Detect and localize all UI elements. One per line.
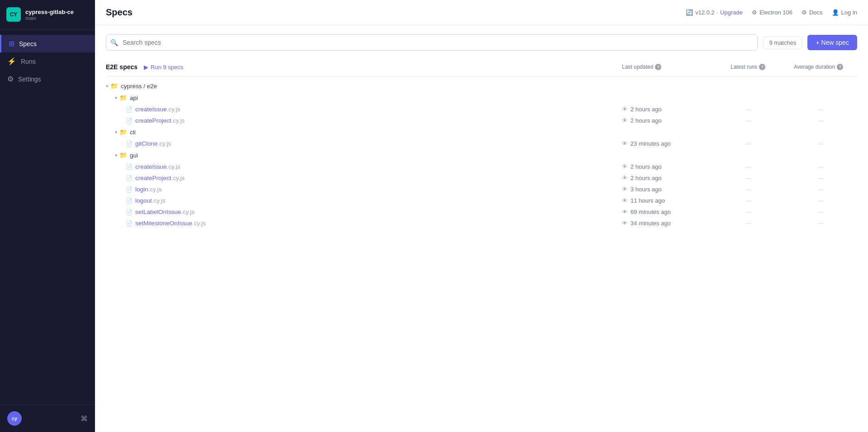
row-data: 👁 2 hours ago — — <box>622 117 857 124</box>
avg-duration-cell: — <box>785 209 857 215</box>
content-area: 🔍 9 matches + New spec E2E specs ▶ Run 9… <box>95 25 868 432</box>
cy-logo: cy <box>7 411 22 426</box>
avg-duration-cell: — <box>785 106 857 113</box>
folder-cli[interactable]: ▾ 📁 cli <box>106 126 857 138</box>
latest-runs-cell: — <box>712 209 785 215</box>
latest-runs-help-icon[interactable]: ? <box>759 64 765 70</box>
folder-name: gui <box>130 152 138 159</box>
file-icon: 📄 <box>126 220 133 227</box>
time-cell: 👁 2 hours ago <box>622 106 712 113</box>
docs-link[interactable]: ⚙ Docs <box>802 9 823 16</box>
folder-name: cli <box>130 129 136 136</box>
login-label: Log in <box>841 9 857 16</box>
avg-duration-cell: — <box>785 175 857 181</box>
docs-label: Docs <box>809 9 823 16</box>
time-value: 2 hours ago <box>631 175 662 181</box>
time-value: 11 hours ago <box>631 197 665 204</box>
login-icon: 👤 <box>832 9 839 16</box>
sidebar-item-specs[interactable]: ⊞ Specs <box>0 35 95 52</box>
file-createIssue[interactable]: 📄 createIssue.cy.js 👁 2 hours ago — — <box>106 161 857 172</box>
file-createIssue[interactable]: 📄 createIssue.cy.js 👁 2 hours ago — — <box>106 104 857 115</box>
file-gitClone[interactable]: 📄 gitClone.cy.js 👁 23 minutes ago — — <box>106 138 857 149</box>
last-updated-help-icon[interactable]: ? <box>655 64 661 70</box>
sidebar-nav: ⊞ Specs ⚡ Runs ⚙ Settings <box>0 29 95 404</box>
file-ext: .cy.js <box>192 220 206 227</box>
row-data: 👁 2 hours ago — — <box>622 163 857 170</box>
sidebar-item-runs[interactable]: ⚡ Runs <box>0 52 95 70</box>
eye-icon: 👁 <box>622 209 628 215</box>
avg-duration-cell: — <box>785 197 857 204</box>
file-setMilestoneOnIssue[interactable]: 📄 setMilestoneOnIssue.cy.js 👁 34 minutes… <box>106 218 857 229</box>
file-icon: 📄 <box>126 118 133 124</box>
file-name: createProject <box>135 175 171 181</box>
row-data: 👁 11 hours ago — — <box>622 197 857 204</box>
electron-icon: ⚙ <box>752 9 757 16</box>
specs-icon: ⊞ <box>9 39 14 48</box>
runs-icon: ⚡ <box>7 57 16 66</box>
file-ext: .cy.js <box>167 163 180 170</box>
file-createProject[interactable]: 📄 createProject.cy.js 👁 2 hours ago — — <box>106 115 857 126</box>
col-header-latest-runs: Latest runs ? <box>712 64 785 70</box>
latest-runs-cell: — <box>712 220 785 227</box>
file-ext: .cy.js <box>148 186 162 193</box>
eye-icon: 👁 <box>622 163 628 170</box>
time-cell: 👁 2 hours ago <box>622 163 712 170</box>
file-logout[interactable]: 📄 logout.cy.js 👁 11 hours ago — — <box>106 195 857 206</box>
version-info[interactable]: 🔄 v12.0.2 · Upgrade <box>686 9 743 16</box>
file-icon: 📄 <box>126 175 133 181</box>
run-specs-button[interactable]: ▶ Run 9 specs <box>144 64 183 71</box>
time-value: 2 hours ago <box>631 117 662 124</box>
file-icon: 📄 <box>126 186 133 193</box>
folder-api[interactable]: ▾ 📁 api <box>106 92 857 104</box>
time-cell: 👁 2 hours ago <box>622 175 712 181</box>
sidebar: CY cypress-gitlab-ce main ⊞ Specs ⚡ Runs… <box>0 0 95 432</box>
time-cell: 👁 2 hours ago <box>622 117 712 124</box>
login-link[interactable]: 👤 Log in <box>832 9 857 16</box>
row-data: 👁 69 minutes ago — — <box>622 209 857 215</box>
file-login[interactable]: 📄 login.cy.js 👁 3 hours ago — — <box>106 184 857 195</box>
time-cell: 👁 23 minutes ago <box>622 140 712 147</box>
e2e-specs-label: E2E specs <box>106 63 138 71</box>
sidebar-item-settings[interactable]: ⚙ Settings <box>0 70 95 88</box>
avg-duration-cell: — <box>785 140 857 147</box>
folder-icon: 📁 <box>119 128 127 136</box>
file-icon: 📄 <box>126 141 133 147</box>
upgrade-link[interactable]: · Upgrade <box>717 9 743 16</box>
eye-icon: 👁 <box>622 220 628 227</box>
search-input[interactable] <box>106 34 758 51</box>
topbar-right: 🔄 v12.0.2 · Upgrade ⚙ Electron 106 ⚙ Doc… <box>686 9 857 16</box>
file-tree: ▾ 📁 cypress / e2e ▾ 📁 api 📄 createIssue.… <box>106 80 857 229</box>
folder-name: cypress / e2e <box>121 83 157 90</box>
time-value: 23 minutes ago <box>631 140 671 147</box>
file-icon: 📄 <box>126 209 133 215</box>
file-ext: .cy.js <box>158 140 171 147</box>
sidebar-item-label: Specs <box>19 40 37 47</box>
file-setLabelOnIssue[interactable]: 📄 setLabelOnIssue.cy.js 👁 69 minutes ago… <box>106 206 857 218</box>
version-icon: 🔄 <box>686 9 693 16</box>
project-name: cypress-gitlab-ce <box>25 9 74 15</box>
folder-icon: 📁 <box>119 152 127 159</box>
latest-runs-cell: — <box>712 175 785 181</box>
folder-icon: 📁 <box>110 82 118 90</box>
eye-icon: 👁 <box>622 117 628 124</box>
keyboard-shortcut-icon[interactable]: ⌘ <box>81 414 88 423</box>
latest-runs-cell: — <box>712 186 785 193</box>
time-cell: 👁 11 hours ago <box>622 197 712 204</box>
time-value: 3 hours ago <box>631 186 662 193</box>
file-name: login <box>135 186 148 193</box>
folder-root[interactable]: ▾ 📁 cypress / e2e <box>106 80 857 92</box>
file-name: createIssue <box>135 163 167 170</box>
file-icon: 📄 <box>126 198 133 204</box>
docs-icon: ⚙ <box>802 9 807 16</box>
chevron-icon: ▾ <box>115 152 118 158</box>
file-createProject[interactable]: 📄 createProject.cy.js 👁 2 hours ago — — <box>106 172 857 184</box>
avg-duration-cell: — <box>785 163 857 170</box>
new-spec-button[interactable]: + New spec <box>807 35 857 50</box>
file-ext: .cy.js <box>167 106 180 113</box>
avg-duration-help-icon[interactable]: ? <box>837 64 843 70</box>
avg-duration-cell: — <box>785 220 857 227</box>
electron-link[interactable]: ⚙ Electron 106 <box>752 9 792 16</box>
settings-icon: ⚙ <box>7 75 14 83</box>
latest-runs-cell: — <box>712 197 785 204</box>
folder-gui[interactable]: ▾ 📁 gui <box>106 149 857 161</box>
